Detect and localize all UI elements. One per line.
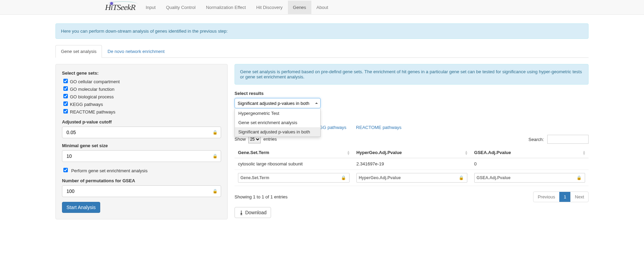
pager-previous[interactable]: Previous xyxy=(533,192,559,202)
cell-gsea: 0 xyxy=(471,158,589,170)
download-icon: ⭳ xyxy=(239,210,244,215)
nav-item-about[interactable]: About xyxy=(311,1,333,14)
main-info-alert: Gene set analysis is perfomed based on p… xyxy=(235,64,589,85)
results-table: Gene.Set.Term ▲▼ HyperGeo.Adj.Pvalue ▲▼ … xyxy=(235,147,589,186)
gsea-permutations-label: Number of permutations for GSEA xyxy=(62,178,221,183)
top-navbar: HiTSeekR Input Quality Control Normaliza… xyxy=(0,0,644,15)
nav-item-genes[interactable]: Genes xyxy=(288,1,311,14)
combo-option-hypergeometric[interactable]: Hypergeometric Test xyxy=(235,109,320,118)
checkbox-kegg[interactable]: KEGG pathways xyxy=(62,102,103,107)
tab-gene-set-analysis[interactable]: Gene set analysis xyxy=(55,45,102,58)
pvalue-cutoff-label: Adjusted p-value cutoff xyxy=(62,119,221,124)
combo-option-both[interactable]: Significant adjusted p-values in both xyxy=(235,127,320,137)
nav-item-quality-control[interactable]: Quality Control xyxy=(161,1,201,14)
pager-next[interactable]: Next xyxy=(570,192,588,202)
table-row: cytosolic large ribosomal subunit 2.3416… xyxy=(235,158,589,170)
table-search-control: Search: xyxy=(529,135,589,144)
nav-item-input[interactable]: Input xyxy=(141,1,161,14)
select-gene-sets-label: Select gene sets: xyxy=(62,70,221,76)
filter-term-input[interactable] xyxy=(238,173,350,183)
sidebar-panel: Select gene sets: GO cellular compartmen… xyxy=(55,64,228,219)
table-filter-row: 🔒 🔒 🔒 xyxy=(235,170,589,186)
filter-gsea-input[interactable] xyxy=(474,173,585,183)
checkbox-go-biological[interactable]: GO biological process xyxy=(62,94,114,99)
col-header-hyper[interactable]: HyperGeo.Adj.Pvalue ▲▼ xyxy=(353,147,471,158)
col-header-gsea[interactable]: GSEA.Adj.Pvalue ▲▼ xyxy=(471,147,589,158)
select-results-input[interactable] xyxy=(235,98,321,108)
sort-icon: ▲▼ xyxy=(582,150,586,155)
pagination: Previous 1 Next xyxy=(533,192,589,202)
nav-item-normalization-effect[interactable]: Normalization Effect xyxy=(201,1,251,14)
cell-term: cytosolic large ribosomal subunit xyxy=(235,158,353,170)
brand-logo: HiTSeekR xyxy=(105,0,141,14)
min-gene-set-size-input[interactable] xyxy=(62,150,221,162)
select-results-label: Select results xyxy=(235,91,589,96)
filter-hyper-input[interactable] xyxy=(356,173,467,183)
gsea-permutations-input[interactable] xyxy=(62,185,221,197)
nav-item-hit-discovery[interactable]: Hit Discovery xyxy=(251,1,288,14)
checkbox-go-molecular[interactable]: GO molecular function xyxy=(62,87,114,92)
download-button[interactable]: ⭳ Download xyxy=(235,207,271,218)
sort-icon: ▲▼ xyxy=(347,150,350,155)
sort-icon: ▲▼ xyxy=(465,150,468,155)
main-panel: Gene set analysis is perfomed based on p… xyxy=(235,64,589,218)
checkbox-perform-gsea[interactable]: Perform gene set enrichtment analysis xyxy=(62,168,147,173)
table-search-input[interactable] xyxy=(547,135,589,144)
brand-text: HiTSeekR xyxy=(105,3,135,12)
analysis-tab-nav: Gene set analysis De novo network enrich… xyxy=(55,45,589,58)
intro-alert: Here you can perform down-stream analysi… xyxy=(55,23,589,39)
combo-option-gsea[interactable]: Gene set enrichment analysis xyxy=(235,118,320,127)
start-analysis-button[interactable]: Start Analysis xyxy=(62,202,100,213)
checkbox-go-cellular[interactable]: GO cellular compartment xyxy=(62,79,120,84)
checkbox-reactome[interactable]: REACTOME pathways xyxy=(62,109,115,115)
showing-entries-text: Showing 1 to 1 of 1 entries xyxy=(235,194,288,199)
caret-up-icon xyxy=(315,102,318,104)
col-header-term[interactable]: Gene.Set.Term ▲▼ xyxy=(235,147,353,158)
result-tab-reactome[interactable]: REACTOME pathways xyxy=(356,125,402,130)
pager-page-1[interactable]: 1 xyxy=(559,192,570,202)
tab-de-novo-network-enrichment[interactable]: De novo network enrichment xyxy=(102,45,170,58)
select-results-dropdown: Hypergeometric Test Gene set enrichment … xyxy=(235,109,321,137)
min-gene-set-size-label: Minimal gene set size xyxy=(62,143,221,148)
main-nav: Input Quality Control Normalization Effe… xyxy=(141,1,333,14)
cell-hyper: 2.341697e-19 xyxy=(353,158,471,170)
select-results-combo[interactable]: Hypergeometric Test Gene set enrichment … xyxy=(235,98,321,108)
pvalue-cutoff-input[interactable] xyxy=(62,127,221,138)
